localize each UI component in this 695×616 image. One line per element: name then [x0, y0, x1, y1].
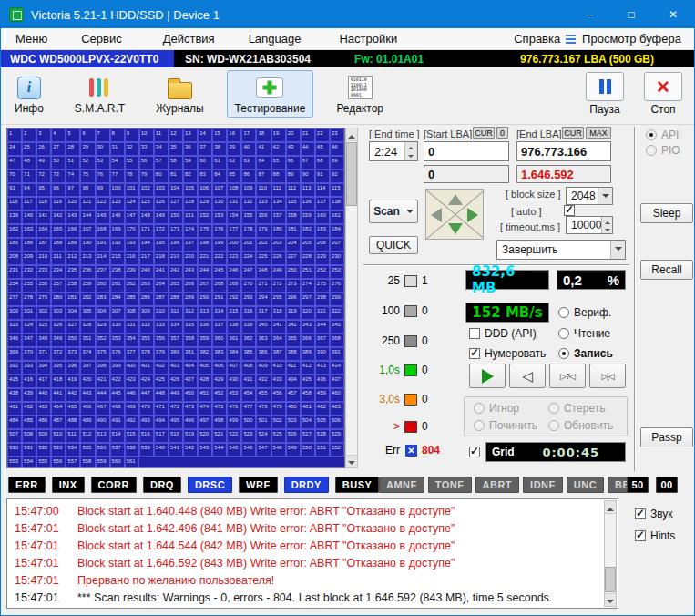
menu-item-3[interactable]: Действия	[161, 28, 217, 49]
grid-checkbox[interactable]	[469, 446, 480, 458]
refresh-radio[interactable]: Обновить	[548, 419, 613, 432]
start-lba-input[interactable]: 0	[424, 141, 509, 161]
scan-block: 232	[22, 265, 36, 279]
repair-radio[interactable]: Починить	[474, 419, 537, 432]
scan-block: 29	[80, 142, 95, 156]
play-button[interactable]	[469, 364, 506, 388]
scan-block: 412	[301, 361, 315, 375]
log-panel[interactable]: 15:47:00Block start at 1.640.448 (840 MB…	[6, 498, 618, 609]
write-radio[interactable]: Запись	[558, 347, 613, 360]
scan-block: 398	[96, 361, 110, 375]
menu-item-5[interactable]: Настройки	[337, 28, 399, 49]
minimize-button[interactable]: ─	[568, 1, 610, 28]
scan-block: 317	[256, 306, 271, 320]
scan-block: 282	[80, 293, 95, 306]
surface-map[interactable]: 1234567891011121314151617181920212223242…	[6, 128, 345, 468]
status-regs: 5000	[627, 477, 678, 493]
stop-button[interactable]: Стоп	[644, 72, 682, 116]
scan-block: 502	[271, 416, 286, 429]
read-radio[interactable]: Чтение	[558, 327, 610, 340]
navigation-pad[interactable]	[425, 189, 484, 240]
scan-block: 16	[227, 128, 241, 142]
toolbar-button-journals[interactable]: Журналы	[148, 70, 211, 118]
toolbar-button-testing[interactable]: Тестирование	[227, 70, 314, 118]
seek-end-button[interactable]	[589, 364, 626, 388]
scan-block: 349	[51, 334, 66, 347]
api-radio[interactable]: API	[646, 128, 679, 141]
grid-timer-display: Grid 0:00:45	[485, 442, 626, 462]
log-line-1: 15:47:00Block start at 1.640.448 (840 MB…	[15, 502, 601, 519]
scroll-up-icon[interactable]	[605, 501, 616, 514]
nav-right-icon[interactable]	[467, 208, 478, 222]
seek-defect-button[interactable]	[549, 364, 586, 388]
toolbar-button-editor[interactable]: 010110 110011 101000 0001Редактор	[328, 70, 392, 118]
timeout-spinner[interactable]: 10000	[566, 216, 613, 234]
scan-block: 270	[241, 279, 256, 293]
end-lba-input[interactable]: 976.773.166	[516, 141, 611, 161]
scan-block: 527	[301, 429, 315, 443]
log-scrollbar[interactable]	[604, 500, 617, 607]
toolbar-button-info[interactable]: Инфо	[6, 70, 52, 118]
menu-item-2[interactable]: Сервис	[79, 28, 124, 49]
pio-radio[interactable]: PIO	[646, 144, 680, 157]
scroll-up-icon[interactable]	[346, 128, 357, 141]
start-lba-cur-chip[interactable]: CUR	[473, 127, 495, 139]
scan-block: 59	[183, 156, 198, 169]
scan-block: 376	[110, 347, 125, 361]
scrollbar-thumb[interactable]	[346, 142, 357, 206]
speed-display: 152 MB/s	[465, 303, 549, 323]
scan-block: 266	[183, 279, 198, 293]
numerate-checkbox[interactable]: Нумеровать	[469, 347, 546, 360]
scan-block: 175	[198, 224, 212, 238]
end-lba-max-chip[interactable]: MAX	[586, 127, 611, 139]
buffer-view-button[interactable]: Просмотр буфера	[566, 32, 681, 46]
end-time-spinner[interactable]: 2:24	[369, 141, 418, 161]
ddd-api-checkbox[interactable]: DDD (API)	[469, 327, 537, 340]
finish-action-value: Завершить	[497, 243, 610, 256]
recall-button[interactable]: Recall	[640, 260, 693, 280]
menu-item-6[interactable]: Справка	[512, 28, 562, 49]
maximize-button[interactable]: □	[610, 1, 652, 28]
scan-block: 137	[315, 197, 330, 210]
verify-radio[interactable]: Вериф.	[558, 306, 611, 319]
toolbar-button-smart[interactable]: S.M.A.R.T	[66, 70, 133, 118]
close-button[interactable]: ✕	[652, 1, 694, 28]
pause-button[interactable]: Пауза	[586, 72, 624, 116]
scan-block: 220	[183, 252, 198, 265]
block-size-combo[interactable]: 2048	[566, 187, 613, 205]
nav-down-icon[interactable]	[448, 223, 463, 234]
finish-action-combo[interactable]: Завершить	[496, 240, 626, 260]
chevron-down-icon[interactable]	[610, 241, 625, 259]
auto-checkbox[interactable]	[564, 204, 575, 217]
nav-left-icon[interactable]	[431, 208, 442, 222]
erase-radio[interactable]: Стереть	[548, 402, 605, 415]
sleep-button[interactable]: Sleep	[640, 203, 693, 223]
scan-block: 295	[271, 293, 286, 306]
hints-checkbox[interactable]: Hints	[635, 529, 675, 542]
scan-block: 478	[256, 402, 271, 416]
scan-block: 157	[271, 210, 286, 224]
sound-checkbox[interactable]: Звук	[635, 508, 673, 520]
scan-button[interactable]: Scan	[369, 200, 418, 223]
scan-block: 413	[315, 361, 330, 375]
scan-block: 250	[286, 265, 301, 279]
menu-item-1[interactable]: Меню	[14, 28, 49, 49]
nav-up-icon[interactable]	[448, 194, 463, 205]
scan-block: 20	[286, 128, 301, 142]
passp-button[interactable]: Passp	[640, 427, 693, 447]
chevron-down-icon[interactable]	[598, 188, 612, 204]
scan-block: 273	[286, 279, 301, 293]
menu-item-4[interactable]: Language	[247, 28, 303, 49]
scrollbar-thumb[interactable]	[605, 567, 616, 592]
step-back-button[interactable]	[509, 364, 546, 388]
quick-button[interactable]: QUICK	[369, 236, 418, 254]
ignore-radio[interactable]: Игнор	[474, 402, 519, 415]
scan-block: 210	[36, 252, 51, 265]
surface-map-scrollbar[interactable]	[345, 128, 358, 468]
scroll-down-icon[interactable]	[346, 455, 357, 467]
titlebar[interactable]: Victoria 5.21-1 HDD/SSD | Device 1 ─ □ ✕	[1, 1, 694, 28]
scroll-down-icon[interactable]	[605, 593, 616, 606]
end-lba-cur-chip[interactable]: CUR	[562, 127, 584, 139]
start-lba-zero-chip[interactable]: 0	[496, 127, 508, 139]
device-model[interactable]: WDC WD5000LPVX-22V0TT0	[1, 50, 174, 67]
